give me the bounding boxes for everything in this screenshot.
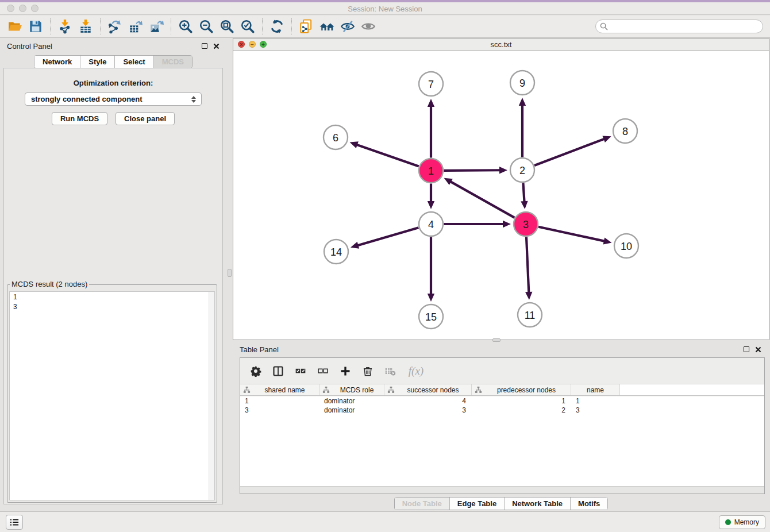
column-header-predecessor-nodes[interactable]: predecessor nodes	[472, 384, 571, 395]
close-panel-icon[interactable]	[213, 43, 220, 49]
mcds-result-item[interactable]: 1	[10, 292, 214, 302]
control-panel-tabs: NetworkStyleSelectMCDS	[0, 55, 226, 68]
network-canvas[interactable]: 7968124314101511	[233, 51, 769, 340]
mcds-panel: Optimization criterion: strongly connect…	[3, 68, 223, 504]
table-cell: 1	[571, 396, 620, 406]
table-row[interactable]: 1dominator411	[240, 396, 764, 406]
open-file-button[interactable]	[5, 18, 25, 35]
table-cell: 3	[571, 406, 620, 415]
arrowhead-3-11	[525, 292, 532, 300]
arrowhead-4-15	[428, 294, 434, 302]
table-hscrollbar[interactable]	[240, 486, 764, 494]
control-panel-header: Control Panel	[0, 38, 226, 54]
settings-button[interactable]	[249, 365, 262, 377]
column-header-label: successor nodes	[395, 386, 471, 394]
edge-3-11[interactable]	[526, 237, 529, 294]
tab-style[interactable]: Style	[80, 56, 115, 68]
arrowhead-3-10	[603, 237, 612, 244]
table-tab-network-table[interactable]: Network Table	[505, 498, 571, 510]
refresh-button[interactable]	[267, 18, 287, 35]
close-panel-button[interactable]: Close panel	[116, 112, 175, 125]
table-tab-motifs[interactable]: Motifs	[571, 498, 607, 510]
panel-divider-grip[interactable]	[228, 269, 232, 277]
application-window: Session: New Session Control Panel	[0, 0, 770, 532]
edge-1-6[interactable]	[356, 144, 419, 166]
column-header-name[interactable]: name	[571, 384, 620, 395]
column-type-icon	[387, 386, 395, 394]
add-column-icon	[340, 365, 351, 377]
node-label-1: 1	[428, 165, 434, 177]
delete-table-button	[384, 365, 396, 377]
duplicate-network-button[interactable]	[296, 18, 317, 35]
table-cell: 1	[472, 396, 571, 406]
float-table-panel-icon[interactable]	[744, 346, 749, 352]
search-icon	[600, 22, 608, 30]
first-neighbors-button[interactable]	[317, 18, 337, 35]
export-image-button[interactable]	[146, 18, 167, 35]
add-column-button[interactable]	[339, 365, 352, 377]
memory-button[interactable]: Memory	[719, 515, 765, 529]
select-all-icon	[295, 365, 306, 377]
node-table-container: f(x) shared nameMCDS rolesuccessor nodes…	[240, 357, 765, 494]
float-panel-icon[interactable]	[202, 43, 207, 49]
arrowhead-4-14	[351, 242, 359, 249]
close-table-panel-icon[interactable]	[755, 346, 761, 353]
save-session-button[interactable]	[25, 18, 46, 35]
node-label-7: 7	[428, 79, 434, 90]
table-tab-node-table[interactable]: Node Table	[395, 498, 450, 510]
table-cell: 3	[240, 406, 319, 415]
arrowhead-1-7	[428, 99, 434, 107]
table-tabs: Node TableEdge TableNetwork TableMotifs	[233, 497, 769, 510]
edge-1-2[interactable]	[444, 170, 501, 171]
zoom-fit-button[interactable]	[217, 18, 237, 35]
column-header-MCDS-role[interactable]: MCDS role	[319, 384, 384, 395]
control-panel: Control Panel NetworkStyleSelectMCDS Opt…	[0, 38, 226, 511]
column-header-label: predecessor nodes	[482, 386, 571, 394]
toolbar-separator	[171, 18, 171, 34]
table-tab-edge-table[interactable]: Edge Table	[450, 498, 505, 510]
export-table-button[interactable]	[125, 18, 146, 35]
import-table-button[interactable]	[75, 18, 96, 35]
zoom-fit-icon	[220, 19, 234, 34]
clear-selection-icon	[317, 365, 329, 377]
show-columns-button[interactable]	[272, 365, 284, 377]
edge-3-1[interactable]	[449, 181, 514, 218]
result-scrollbar[interactable]	[209, 292, 214, 500]
search-input[interactable]	[595, 20, 763, 33]
edge-2-8[interactable]	[534, 138, 605, 165]
column-type-icon	[243, 386, 251, 394]
run-mcds-button[interactable]: Run MCDS	[52, 112, 107, 125]
delete-column-button[interactable]	[361, 365, 374, 377]
show-columns-icon	[272, 365, 284, 377]
column-header-successor-nodes[interactable]: successor nodes	[384, 384, 472, 395]
workspace: Control Panel NetworkStyleSelectMCDS Opt…	[0, 38, 770, 511]
select-all-button[interactable]	[294, 365, 307, 377]
export-table-icon	[128, 19, 143, 34]
node-label-15: 15	[425, 311, 437, 323]
tab-mcds[interactable]: MCDS	[154, 56, 192, 68]
clear-selection-button[interactable]	[317, 365, 329, 377]
mcds-result-list[interactable]: 13	[9, 291, 215, 500]
optimization-criterion-dropdown[interactable]: strongly connected component	[25, 92, 202, 106]
edge-4-14[interactable]	[357, 228, 419, 245]
delete-table-icon	[384, 365, 396, 377]
table-row[interactable]: 3dominator323	[240, 406, 764, 415]
node-label-8: 8	[622, 126, 628, 137]
tab-select[interactable]: Select	[115, 56, 153, 68]
arrowhead-1-2	[499, 167, 507, 174]
show-all-button[interactable]	[358, 18, 379, 35]
zoom-out-button[interactable]	[196, 18, 217, 35]
zoom-in-button[interactable]	[175, 18, 196, 35]
edge-2-3[interactable]	[523, 183, 524, 203]
tab-network[interactable]: Network	[34, 56, 80, 68]
export-network-button[interactable]	[105, 18, 125, 35]
hide-selected-button[interactable]	[337, 18, 358, 35]
mcds-result-item[interactable]: 3	[10, 302, 214, 311]
zoom-selected-button[interactable]	[237, 18, 258, 35]
task-history-button[interactable]	[6, 515, 23, 530]
import-network-button[interactable]	[55, 18, 75, 35]
export-network-icon	[107, 19, 122, 34]
memory-status-icon	[725, 519, 731, 525]
column-header-shared-name[interactable]: shared name	[240, 384, 319, 395]
edge-3-10[interactable]	[538, 227, 606, 241]
